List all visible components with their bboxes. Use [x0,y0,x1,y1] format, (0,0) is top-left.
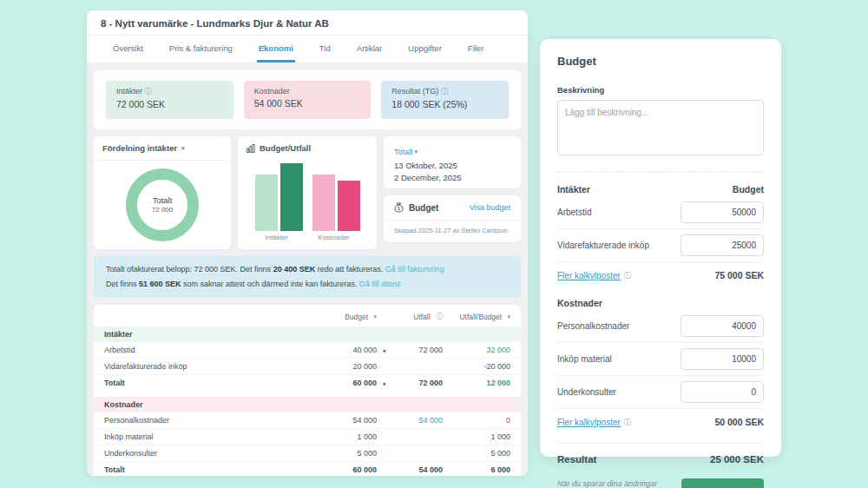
budget-table: Budget ▾ Utfall ⓘ Utfall/Budget ▾ Intäkt… [94,305,521,476]
vidarefakturerade-budget-input[interactable] [681,234,764,256]
income-row-arbetstid: Arbetstid [557,196,764,229]
table-row: Arbetstid 40 000 ● 72 000 32 000 [94,342,521,359]
tab-uppgifter[interactable]: Uppgifter [406,36,444,63]
sort-icon: ▾ [373,313,377,320]
table-row: Vidarefakturerade inköp 20 000 -20 000 [94,359,521,375]
bar-intakter-budget [255,175,278,231]
cost-row-inkop-material: Inköp material [557,343,764,376]
table-row: Underkonsulter 5 000 5 000 [94,445,521,462]
bar-chart-icon [247,144,255,153]
table-row-total: Totalt 60 000 ● 72 000 12 000 [94,375,521,391]
invoice-banner: Totalt ofakturerat belopp: 72 000 SEK. D… [94,256,521,298]
tab-tid[interactable]: Tid [318,36,332,63]
economy-content: Intäkter ⓘ 72 000 SEK Kostnader 54 000 S… [87,63,528,476]
underkonsulter-budget-input[interactable] [681,381,764,403]
period-card: Totalt ▾ 13 Oktober, 2025 2 December, 20… [384,136,521,188]
tab-ekonomi[interactable]: Ekonomi [257,36,295,63]
result-value: 25 000 SEK [710,454,764,465]
costs-heading: Kostnader [557,294,764,310]
budget-edit-panel: Budget Beskrivning Intäkter Budget Arbet… [540,39,781,457]
cost-row-underkonsulter: Underkonsulter [557,376,764,409]
column-budget[interactable]: Budget ▾ [325,313,377,321]
ga-till-attest-link[interactable]: Gå till attest [359,280,401,288]
distribution-dropdown[interactable]: Fördelning intäkter ▾ [94,136,231,161]
table-row: Inköp material 1 000 1 000 [94,429,521,445]
page: 8 - Nytt varumärke - Lundmarks Djur & Na… [0,0,868,488]
budget-column-heading: Budget [733,184,764,195]
donut-center-label: Totalt [153,195,173,205]
stat-intakter: Intäkter ⓘ 72 000 SEK [106,81,233,119]
spara-budget-button[interactable]: Spara budget [681,478,764,488]
panel-title: Budget [557,55,764,68]
page-title: 8 - Nytt varumärke - Lundmarks Djur & Na… [87,10,528,35]
info-icon[interactable]: ⓘ [441,88,448,96]
bar-intakter-utfall [280,163,303,231]
stat-kostnader-value: 54 000 SEK [254,98,361,109]
alert-dot: ● [377,380,392,386]
stats-summary: Intäkter ⓘ 72 000 SEK Kostnader 54 000 S… [94,70,521,129]
visa-budget-link[interactable]: Visa budget [470,203,510,212]
charts-row: Fördelning intäkter ▾ Totalt 72 000 Budg… [94,136,521,249]
inkop-material-budget-input[interactable] [681,348,764,370]
result-label: Resultat [557,454,596,465]
banner-line-2: Det finns 51 600 SEK som saknar attest o… [106,277,509,292]
stat-kostnader-label: Kostnader [254,87,361,96]
distribution-title: Fördelning intäkter [102,143,177,153]
money-bag-icon: $ [394,202,404,213]
sort-icon: ▾ [507,313,510,320]
stat-resultat-label: Resultat (TG) [391,87,438,96]
budget-utfall-card: Budget/Utfall Intäkter [238,136,377,249]
budget-utfall-title: Budget/Utfall [260,143,311,153]
bar-kostnader-budget [312,175,335,231]
stat-resultat-value: 18 000 SEK (25%) [391,99,498,109]
bar-label-intakter: Intäkter [265,234,288,241]
section-intakter: Intäkter [94,326,521,342]
budget-version-title: Budget [409,203,464,213]
info-icon[interactable]: ⓘ [624,271,631,280]
period-end-date: 2 December, 2025 [394,173,510,182]
fler-kalkylposter-link[interactable]: Fler kalkylposter [557,418,621,427]
banner-line-1: Totalt ofakturerat belopp: 72 000 SEK. D… [106,262,509,277]
section-kostnader: Kostnader [94,397,521,412]
tab-artiklar[interactable]: Artiklar [355,36,385,63]
table-header: Budget ▾ Utfall ⓘ Utfall/Budget ▾ [94,305,521,326]
stat-intakter-value: 72 000 SEK [116,99,223,109]
donut-chart: Totalt 72 000 [126,168,199,241]
stat-intakter-label: Intäkter [116,87,142,96]
period-dropdown[interactable]: Totalt ▾ [394,148,418,156]
distribution-card: Fördelning intäkter ▾ Totalt 72 000 [94,136,231,249]
income-heading: Intäkter [557,184,590,195]
column-utfall[interactable]: Utfall ⓘ [392,312,443,321]
bar-kostnader-utfall [338,181,360,232]
tab-pris-fakturering[interactable]: Pris & fakturering [168,36,234,63]
table-row: Personalkostnader 54 000 54 000 0 [94,412,521,429]
ga-till-fakturering-link[interactable]: Gå till fakturering [385,265,444,274]
utfall-link[interactable]: 54 000 [392,416,443,425]
costs-total: 50 000 SEK [714,417,764,427]
project-card: 8 - Nytt varumärke - Lundmarks Djur & Na… [87,10,528,476]
tab-oversikt[interactable]: Översikt [111,36,145,63]
info-icon[interactable]: ⓘ [145,88,152,96]
budget-created-text: Skapad 2025-11-27 av Stefan Carlsson [384,221,521,242]
donut-center-value: 72 000 [152,206,173,214]
info-icon[interactable]: ⓘ [624,418,631,427]
personalkostnader-budget-input[interactable] [681,315,764,337]
cost-row-personalkostnader: Personalkostnader [557,310,764,343]
tab-bar: Översikt Pris & fakturering Ekonomi Tid … [87,35,528,63]
info-icon: ⓘ [436,312,443,321]
column-utfall-budget[interactable]: Utfall/Budget ▾ [443,313,510,321]
bar-label-kostnader: Kostnader [318,234,349,241]
chevron-down-icon: ▾ [181,145,185,152]
description-label: Beskrivning [557,85,764,95]
fler-kalkylposter-link[interactable]: Fler kalkylposter [557,271,621,280]
period-start-date: 13 Oktober, 2025 [394,161,510,170]
svg-text:$: $ [398,206,400,211]
budget-version-card: $ Budget Visa budget Skapad 2025-11-27 a… [384,195,521,242]
tab-filer[interactable]: Filer [466,36,485,63]
bar-chart [250,163,365,231]
chevron-down-icon: ▾ [415,148,418,155]
income-total: 75 000 SEK [714,270,764,280]
save-note: När du sparar dina ändringar skapas en n… [557,478,671,488]
description-input[interactable] [557,100,764,155]
arbetstid-budget-input[interactable] [681,201,764,223]
